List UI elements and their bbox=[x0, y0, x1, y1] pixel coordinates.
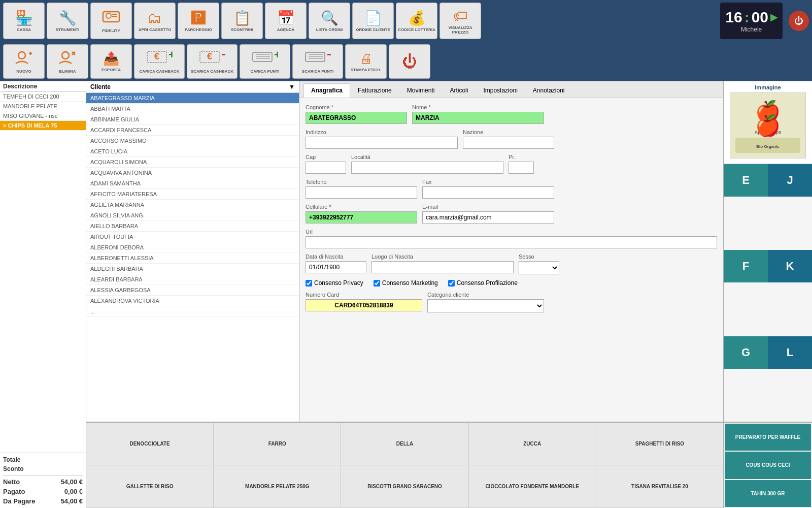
client-item-8[interactable]: ADAMI SAMANTHA bbox=[86, 178, 299, 189]
receipt-item-3[interactable]: MISO GIOVANE - risc bbox=[0, 111, 86, 121]
receipt-item-2[interactable]: MANDORLE PELATE bbox=[0, 102, 86, 111]
telefono-field[interactable] bbox=[306, 186, 417, 199]
fr-product-waffle[interactable]: PREPARATO PER WAFFLE bbox=[725, 424, 811, 451]
cognome-field[interactable] bbox=[306, 112, 407, 124]
data-nascita-field[interactable] bbox=[306, 261, 366, 273]
nome-field[interactable] bbox=[412, 112, 544, 124]
tab-impostazioni[interactable]: Impostazioni bbox=[476, 83, 525, 98]
scarica-punti-button[interactable]: − SCARICA PUNTI bbox=[292, 44, 343, 79]
client-item-18[interactable]: ALESSIA GARBEGOSA bbox=[86, 285, 299, 296]
alpha-G-button[interactable]: G bbox=[724, 336, 768, 369]
client-item-5[interactable]: ACETO LUCIA bbox=[86, 146, 299, 157]
alpha-J-button[interactable]: J bbox=[768, 164, 812, 197]
cap-field[interactable] bbox=[306, 162, 346, 174]
parcheggio-icon: 🅿 bbox=[191, 10, 206, 26]
cap-row: Cap Località Pr. bbox=[306, 154, 717, 174]
pr-field[interactable] bbox=[509, 162, 534, 174]
alpha-E-button[interactable]: E bbox=[724, 164, 768, 197]
consenso-marketing-checkbox[interactable] bbox=[374, 280, 380, 287]
cassa-button[interactable]: 🏪 CASSA bbox=[3, 3, 45, 39]
fax-field[interactable] bbox=[422, 186, 554, 199]
client-item-16[interactable]: ALDEGHI BARBARA bbox=[86, 264, 299, 274]
power-button[interactable]: ⏻ bbox=[789, 11, 809, 31]
client-item-2[interactable]: ABBINAME GIULIA bbox=[86, 114, 299, 125]
tab-annotazioni[interactable]: Annotazioni bbox=[525, 83, 572, 98]
client-item-6[interactable]: ACQUAROLI SIMONA bbox=[86, 157, 299, 168]
alpha-L-button[interactable]: L bbox=[768, 336, 812, 369]
apri-cassetto-label: APRI CASSETTO bbox=[139, 27, 172, 32]
product-cell-della[interactable]: DELLA bbox=[341, 423, 468, 465]
receipt-item-4[interactable]: > CHIPS DI MELA 75 bbox=[0, 121, 86, 131]
alpha-F-button[interactable]: F bbox=[724, 250, 768, 282]
client-item-13[interactable]: AIROUT TOUFIA bbox=[86, 232, 299, 242]
url-field[interactable] bbox=[306, 236, 717, 248]
parcheggio-button[interactable]: 🅿 PARCHEGGIO bbox=[178, 3, 219, 39]
svg-point-1 bbox=[106, 13, 111, 18]
client-item-19[interactable]: ALEXANDROVA VICTORIA bbox=[86, 296, 299, 306]
receipt-item-1[interactable]: TEMPEH DI CECI 200 bbox=[0, 92, 86, 102]
client-item-11[interactable]: AGNOLI SILVIA ANG. bbox=[86, 210, 299, 221]
client-item-7[interactable]: ACQUAVIVA ANTONINA bbox=[86, 168, 299, 178]
indirizzo-field[interactable] bbox=[306, 137, 458, 149]
product-cell-farro[interactable]: FARRO bbox=[214, 423, 341, 465]
luogo-nascita-field[interactable] bbox=[371, 261, 514, 273]
nascita-row: Data di Nascita Luogo di Nascita Sesso bbox=[306, 253, 717, 274]
esporta-button[interactable]: 📤 ESPORTA bbox=[90, 44, 132, 79]
localita-field[interactable] bbox=[351, 162, 503, 174]
scontrini-button[interactable]: 📋 SCONTRINI bbox=[221, 3, 263, 39]
cellulare-group: Cellulare * bbox=[306, 204, 417, 224]
agenda-button[interactable]: 📅 AGENDA bbox=[265, 3, 307, 39]
nuovo-button[interactable]: NUOVO bbox=[3, 44, 45, 79]
product-cell-tisana[interactable]: TISANA REVITALISE 20 bbox=[596, 465, 723, 507]
client-panel-header: Cliente ▼ bbox=[86, 81, 299, 93]
product-cell-zucca[interactable]: ZUCCA bbox=[469, 423, 596, 465]
fr-product-cous[interactable]: COUS COUS CECI bbox=[725, 452, 811, 479]
tab-anagrafica[interactable]: Anagrafica bbox=[303, 83, 350, 98]
categoria-cliente-select[interactable] bbox=[427, 299, 544, 312]
client-item-14[interactable]: ALBERONI DEBORA bbox=[86, 242, 299, 253]
carica-cashback-button[interactable]: €+ CARICA CASHBACK bbox=[134, 44, 185, 79]
client-item-15[interactable]: ALBERONETTI ALESSIA bbox=[86, 253, 299, 264]
client-item-3[interactable]: ACCARDI FRANCESCA bbox=[86, 125, 299, 136]
client-item-20[interactable]: ... bbox=[86, 306, 299, 317]
elimina-button[interactable]: ELIMINA bbox=[47, 44, 88, 79]
apri-cassetto-button[interactable]: 🗂 APRI CASSETTO bbox=[134, 3, 176, 39]
stampa-etich-button[interactable]: 🖨 STAMPA ETICH. bbox=[345, 44, 387, 79]
tab-fatturazione[interactable]: Fatturazione bbox=[350, 83, 399, 98]
client-item-10[interactable]: AGLIETA MARIANNA bbox=[86, 200, 299, 210]
codice-lotteria-button[interactable]: 💰 CODICE LOTTERIA bbox=[396, 3, 437, 39]
numero-card-field[interactable] bbox=[306, 299, 422, 311]
strumenti-button[interactable]: 🔧 STRUMENTI bbox=[47, 3, 88, 39]
nazione-field[interactable] bbox=[463, 137, 554, 149]
fr-product-tahin[interactable]: TAHIN 300 GR bbox=[725, 480, 811, 507]
lista-ordini-button[interactable]: 🔍 LISTA ORDINI bbox=[309, 3, 350, 39]
visualizza-prezzo-button[interactable]: 🏷 VISUALIZZA PREZZO bbox=[439, 3, 481, 39]
indirizzo-group: Indirizzo bbox=[306, 129, 458, 149]
scarica-cashback-button[interactable]: €− SCARICA CASHBACK bbox=[187, 44, 238, 79]
product-cell-mandorle[interactable]: MANDORLE PELATE 250G bbox=[214, 465, 341, 507]
client-item-1[interactable]: ABBATI MARTA bbox=[86, 104, 299, 114]
consenso-privacy-checkbox[interactable] bbox=[306, 280, 312, 287]
power-off-button[interactable]: ⏻ bbox=[389, 44, 430, 79]
client-item-17[interactable]: ALEARDI BARBARA bbox=[86, 274, 299, 285]
email-field[interactable] bbox=[422, 211, 554, 224]
ordine-cliente-button[interactable]: 📄 ORDINE CLIENTE bbox=[352, 3, 394, 39]
client-item-9[interactable]: AFFICITO MARIATERESA bbox=[86, 189, 299, 200]
tab-articoli[interactable]: Articoli bbox=[442, 83, 476, 98]
product-cell-cioccolato[interactable]: CIOCCOLATO FONDENTE MANDORLE bbox=[469, 465, 596, 507]
product-cell-spaghetti[interactable]: SPAGHETTI DI RISO bbox=[596, 423, 723, 465]
sesso-select[interactable] bbox=[519, 261, 559, 274]
codice-lotteria-icon: 💰 bbox=[408, 10, 426, 26]
alpha-K-button[interactable]: K bbox=[768, 250, 812, 282]
tab-movimenti[interactable]: Movimenti bbox=[399, 83, 443, 98]
fidelity-button[interactable]: FIDELITY bbox=[90, 3, 132, 39]
product-cell-biscotti[interactable]: BISCOTTI GRANO SARACENO bbox=[341, 465, 468, 507]
carica-punti-button[interactable]: + CARICA PUNTI bbox=[240, 44, 290, 79]
client-item-12[interactable]: AIELLO BARBARA bbox=[86, 221, 299, 232]
consenso-profilazione-checkbox[interactable] bbox=[448, 280, 455, 287]
cellulare-field[interactable] bbox=[306, 211, 417, 224]
client-item-0[interactable]: ABATEGRASSO MARZIA bbox=[86, 93, 299, 104]
product-cell-gallette[interactable]: GALLETTE DI RISO bbox=[86, 465, 214, 507]
product-cell-denocciolate[interactable]: DENOCCIOLATE bbox=[86, 423, 214, 465]
client-item-4[interactable]: ACCORSO MASSIMO bbox=[86, 136, 299, 146]
